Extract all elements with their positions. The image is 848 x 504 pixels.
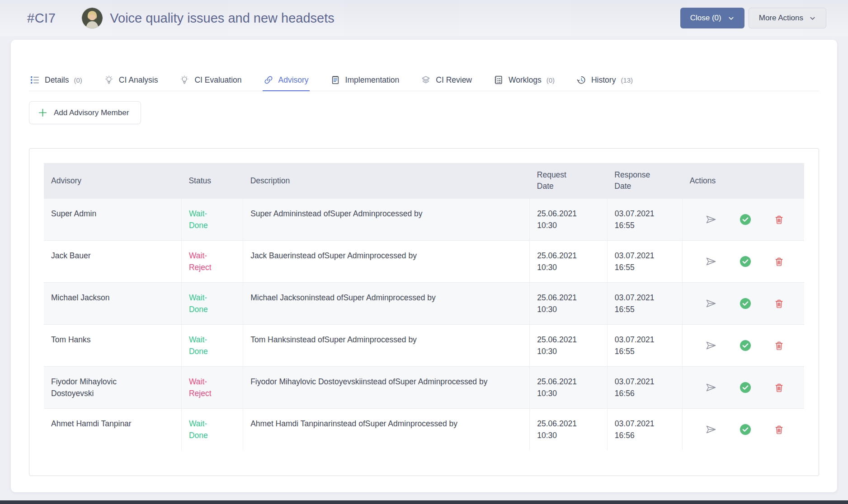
toolbar: Add Advisory Member (29, 101, 819, 124)
advisory-name-cell: Tom Hanks (44, 325, 181, 367)
status-badge: Wait-Done (189, 418, 221, 441)
tab-details[interactable]: Details (0) (29, 75, 83, 91)
tab-ci-analysis[interactable]: CI Analysis (103, 75, 159, 91)
description-cell: Jack Bauerinstead ofSuper Adminprocessed… (243, 241, 530, 283)
tab-ci-evaluation[interactable]: CI Evaluation (179, 75, 242, 91)
advisory-name-cell: Michael Jackson (44, 283, 181, 325)
plus-icon (38, 107, 48, 118)
approve-button[interactable] (740, 424, 751, 435)
content-card: Details (0) CI Analysis CI Evaluation Ad… (11, 40, 837, 492)
column-header-request-date: Request Date (530, 163, 608, 199)
chevron-down-icon (809, 15, 816, 22)
action-group (690, 256, 797, 267)
delete-button[interactable] (774, 257, 784, 267)
delete-button[interactable] (774, 383, 784, 393)
response-date: 03.07.2021 16:56 (615, 376, 663, 399)
more-actions-label: More Actions (759, 14, 803, 23)
send-button[interactable] (705, 298, 717, 309)
tab-label: CI Evaluation (194, 75, 241, 85)
request-date: 25.06.2021 10:30 (537, 418, 585, 441)
request-date-cell: 25.06.2021 10:30 (530, 325, 608, 367)
add-advisory-member-button[interactable]: Add Advisory Member (29, 101, 141, 124)
response-date-cell: 03.07.2021 16:56 (607, 409, 683, 451)
history-icon (576, 75, 586, 85)
tab-count: (0) (546, 76, 555, 84)
send-icon (705, 340, 717, 351)
tab-ci-review[interactable]: CI Review (420, 75, 473, 91)
link-icon (264, 75, 273, 85)
column-header-label: Actions (690, 176, 716, 185)
request-date: 25.06.2021 10:30 (537, 208, 585, 231)
actions-cell (683, 325, 804, 367)
description-cell: Super Admininstead ofSuper Adminprocesse… (243, 199, 530, 241)
trash-icon (774, 215, 784, 225)
response-date-cell: 03.07.2021 16:55 (607, 241, 683, 283)
description-cell: Michael Jacksoninstead ofSuper Adminproc… (243, 283, 530, 325)
request-date-cell: 25.06.2021 10:30 (530, 367, 608, 409)
send-icon (705, 424, 717, 435)
request-date-cell: 25.06.2021 10:30 (530, 241, 608, 283)
advisory-name: Michael Jackson (51, 292, 109, 303)
bulb-icon (104, 75, 114, 85)
delete-button[interactable] (774, 215, 784, 225)
tab-worklogs[interactable]: Worklogs (0) (493, 75, 556, 91)
actions-cell (683, 241, 804, 283)
send-button[interactable] (705, 256, 717, 267)
tab-implementation[interactable]: Implementation (330, 75, 400, 91)
description-cell: Tom Hanksinstead ofSuper Adminprocessed … (243, 325, 530, 367)
close-button-label: Close (0) (690, 14, 721, 23)
column-header-actions: Actions (683, 163, 804, 199)
table-row: Ahmet Hamdi Tanpinar Wait-Done Ahmet Ham… (44, 409, 804, 451)
send-button[interactable] (705, 382, 717, 393)
table-header-row: AdvisoryStatusDescriptionRequest DateRes… (44, 163, 804, 199)
request-date: 25.06.2021 10:30 (537, 292, 585, 315)
approve-button[interactable] (740, 256, 751, 267)
tab-advisory[interactable]: Advisory (263, 75, 310, 91)
actions-cell (683, 367, 804, 409)
advisory-name-cell: Ahmet Hamdi Tanpinar (44, 409, 181, 451)
action-group (690, 214, 797, 225)
status-cell: Wait-Done (181, 199, 243, 241)
send-icon (705, 214, 717, 225)
response-date: 03.07.2021 16:55 (615, 292, 663, 315)
tab-label: Worklogs (509, 75, 542, 85)
more-actions-button[interactable]: More Actions (749, 8, 826, 28)
column-header-label: Advisory (51, 176, 81, 185)
trash-icon (774, 383, 784, 393)
advisory-name: Jack Bauer (51, 250, 91, 261)
table-row: Tom Hanks Wait-Done Tom Hanksinstead ofS… (44, 325, 804, 367)
request-date-cell: 25.06.2021 10:30 (530, 283, 608, 325)
trash-icon (774, 341, 784, 351)
tab-label: Implementation (345, 75, 400, 85)
send-button[interactable] (705, 424, 717, 435)
advisory-table-body: Super Admin Wait-Done Super Admininstead… (44, 199, 804, 451)
column-header-label: Response Date (614, 169, 654, 192)
send-button[interactable] (705, 340, 717, 351)
status-cell: Wait-Reject (181, 367, 243, 409)
tab-count: (13) (621, 76, 633, 84)
send-button[interactable] (705, 214, 717, 225)
column-header-label: Description (250, 176, 290, 185)
advisory-name: Fiyodor Mihaylovic Dostoyevski (51, 376, 144, 399)
send-icon (705, 298, 717, 309)
delete-button[interactable] (774, 341, 784, 351)
approve-button[interactable] (740, 298, 751, 309)
approve-button[interactable] (740, 340, 751, 351)
request-date-cell: 25.06.2021 10:30 (530, 199, 608, 241)
check-circle-icon (740, 382, 751, 393)
journal-icon (494, 75, 504, 85)
close-button[interactable]: Close (0) (680, 8, 744, 28)
trash-icon (774, 425, 784, 435)
delete-button[interactable] (774, 299, 784, 309)
approve-button[interactable] (740, 382, 751, 393)
delete-button[interactable] (774, 425, 784, 435)
approve-button[interactable] (740, 214, 751, 225)
ticket-id: #CI7 (27, 11, 56, 26)
tab-history[interactable]: History (13) (575, 75, 634, 91)
bulb-icon (179, 75, 189, 85)
advisory-name-cell: Fiyodor Mihaylovic Dostoyevski (44, 367, 181, 409)
response-date-cell: 03.07.2021 16:56 (607, 367, 683, 409)
action-group (690, 298, 797, 309)
advisory-name-cell: Super Admin (44, 199, 181, 241)
response-date-cell: 03.07.2021 16:55 (607, 325, 683, 367)
